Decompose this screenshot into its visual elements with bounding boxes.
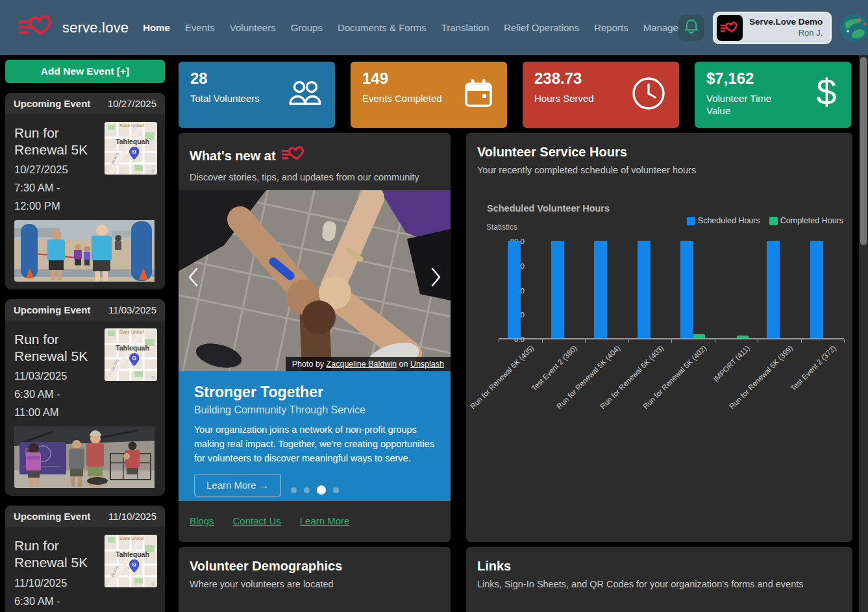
carousel-dot-4[interactable] bbox=[333, 487, 339, 493]
nav-item-relief-operations[interactable]: Relief Operations bbox=[504, 22, 579, 33]
legend-completed-hours: Completed Hours bbox=[769, 216, 843, 225]
link-blogs[interactable]: Blogs bbox=[190, 515, 214, 526]
nav-item-home[interactable]: Home bbox=[143, 22, 170, 33]
bar-scheduled-hours[interactable] bbox=[810, 241, 823, 338]
event-date: 11/10/2025 bbox=[14, 577, 101, 589]
serve-love-heart-logo-icon bbox=[281, 145, 307, 167]
bell-icon bbox=[684, 18, 699, 38]
bar-group[interactable] bbox=[585, 241, 628, 338]
demographics-title: Volunteer Demographics bbox=[190, 559, 342, 574]
org-switcher[interactable]: Serve.Love Demo Ron J. bbox=[713, 12, 832, 44]
carousel-image: Photo by Zacqueline Baldwin on Unsplash bbox=[179, 190, 451, 371]
slide-subtitle: Building Community Through Service bbox=[194, 404, 435, 416]
upcoming-event-card[interactable]: Upcoming Event 10/27/2025 Run for Renewa… bbox=[5, 93, 165, 289]
brand[interactable]: serve.love bbox=[18, 12, 129, 43]
bar-group[interactable] bbox=[542, 241, 586, 338]
carousel-dot-3[interactable] bbox=[317, 485, 326, 495]
upcoming-event-card[interactable]: Upcoming Event 11/03/2025 Run for Renewa… bbox=[5, 299, 165, 496]
stat-card-hours-served: 238.73Hours Served bbox=[523, 62, 679, 128]
nav-item-groups[interactable]: Groups bbox=[291, 22, 323, 33]
stat-card-volunteer-time-value: $7,162Volunteer Time Value $ bbox=[695, 62, 851, 128]
carousel-next-button[interactable] bbox=[430, 267, 441, 290]
dollar-icon: $ bbox=[815, 75, 838, 115]
event-time-start: 6:30 AM - bbox=[14, 388, 101, 400]
bar-chart-plot: 80.060.040.020.00.0 bbox=[499, 236, 844, 339]
svg-text:Tahlequah: Tahlequah bbox=[116, 344, 149, 352]
whats-new-title: What's new at bbox=[190, 149, 276, 164]
event-photo bbox=[14, 220, 157, 282]
bar-group[interactable] bbox=[499, 241, 542, 338]
nav-item-events[interactable]: Events bbox=[185, 22, 215, 33]
bar-group[interactable] bbox=[671, 241, 715, 338]
serve-love-heart-logo-icon bbox=[18, 12, 56, 43]
carousel-dots bbox=[179, 485, 451, 495]
svg-text:State Univer: State Univer bbox=[119, 330, 145, 334]
chart-x-labels: Run for Renewal 5K (405)Test Event 2 (38… bbox=[499, 344, 844, 428]
bar-group[interactable] bbox=[628, 241, 672, 338]
bar-scheduled-hours[interactable] bbox=[551, 241, 564, 338]
bar-group[interactable] bbox=[715, 336, 758, 338]
nav-item-documents-forms[interactable]: Documents & Forms bbox=[338, 22, 427, 33]
event-date: 11/03/2025 bbox=[14, 370, 101, 382]
bar-scheduled-hours[interactable] bbox=[680, 241, 693, 338]
carousel-dot-1[interactable] bbox=[291, 487, 297, 493]
notifications-button[interactable] bbox=[678, 15, 704, 41]
event-title: Run for Renewal 5K bbox=[14, 125, 101, 158]
carousel-dot-2[interactable] bbox=[304, 487, 310, 493]
unsplash-link[interactable]: Unsplash bbox=[410, 360, 444, 369]
svg-text:Tahlequah: Tahlequah bbox=[116, 550, 149, 558]
scrollbar-thumb[interactable] bbox=[860, 57, 867, 245]
bar-completed-hours[interactable] bbox=[737, 336, 749, 338]
bar-group[interactable] bbox=[758, 241, 801, 338]
x-axis-tick bbox=[671, 339, 672, 343]
event-map-thumbnail[interactable]: State Univer Tahlequah ge Ave © bbox=[105, 328, 157, 381]
event-title: Run for Renewal 5K bbox=[14, 537, 101, 570]
nav-item-manage[interactable]: Manage bbox=[643, 22, 678, 33]
links-title: Links bbox=[477, 559, 511, 574]
bar-scheduled-hours[interactable] bbox=[594, 241, 607, 338]
add-new-event-button[interactable]: Add New Event [+] bbox=[5, 60, 165, 83]
bar-completed-hours[interactable] bbox=[693, 334, 705, 338]
bar-group[interactable] bbox=[801, 241, 845, 338]
user-avatar-globe-icon[interactable] bbox=[840, 14, 868, 42]
svg-text:Tahlequah: Tahlequah bbox=[116, 138, 149, 145]
event-card-date: 11/10/2025 bbox=[108, 511, 156, 522]
svg-text:©: © bbox=[152, 582, 155, 586]
event-card-label: Upcoming Event bbox=[14, 304, 90, 315]
link-contact-us[interactable]: Contact Us bbox=[233, 515, 281, 526]
whats-new-subtitle: Discover stories, tips, and updates from… bbox=[190, 172, 440, 182]
event-time-start: 7:30 AM - bbox=[14, 182, 101, 194]
link-learn-more[interactable]: Learn More bbox=[300, 515, 350, 526]
bar-scheduled-hours[interactable] bbox=[638, 241, 651, 338]
x-axis-label: Test Event 2 (380) bbox=[530, 344, 578, 392]
bar-scheduled-hours[interactable] bbox=[767, 241, 780, 338]
clock-icon bbox=[631, 76, 666, 114]
event-map-thumbnail[interactable]: State Univer Tahlequah ge Ave © bbox=[105, 122, 157, 175]
photo-author-link[interactable]: Zacqueline Baldwin bbox=[327, 360, 397, 369]
nav-item-reports[interactable]: Reports bbox=[594, 22, 628, 33]
stat-label: Total Volunteers bbox=[190, 93, 275, 105]
nav-item-volunteers[interactable]: Volunteers bbox=[230, 22, 276, 33]
legend-label: Completed Hours bbox=[780, 216, 843, 225]
event-time-end: 12:00 PM bbox=[14, 200, 101, 212]
event-title: Run for Renewal 5K bbox=[14, 331, 101, 364]
x-axis-tick bbox=[542, 339, 543, 343]
event-map-thumbnail[interactable]: State Univer Tahlequah ge Ave © bbox=[105, 535, 157, 587]
chart-card-subtitle: Your recently completed schedule of volu… bbox=[477, 165, 841, 175]
chart-axis-caption: Statistics bbox=[486, 223, 517, 232]
scrollbar-track[interactable] bbox=[859, 55, 868, 612]
x-axis-tick bbox=[801, 339, 802, 343]
legend-swatch bbox=[687, 217, 695, 225]
carousel-prev-button[interactable] bbox=[188, 267, 199, 290]
photo-credit: Photo by Zacqueline Baldwin on Unsplash bbox=[286, 357, 451, 371]
nav-item-translation[interactable]: Translation bbox=[441, 22, 490, 33]
top-navbar: serve.love HomeEventsVolunteersGroupsDoc… bbox=[0, 0, 868, 55]
event-card-label: Upcoming Event bbox=[14, 511, 90, 522]
x-axis-tick bbox=[844, 339, 845, 343]
upcoming-event-card[interactable]: Upcoming Event 11/10/2025 Run for Renewa… bbox=[5, 506, 165, 612]
x-axis-label: IMPORT (411) bbox=[712, 344, 751, 383]
stat-label: Events Completed bbox=[362, 93, 447, 105]
stat-label: Volunteer Time Value bbox=[706, 93, 791, 117]
legend-scheduled-hours: Scheduled Hours bbox=[687, 216, 760, 225]
bar-scheduled-hours[interactable] bbox=[508, 241, 521, 338]
